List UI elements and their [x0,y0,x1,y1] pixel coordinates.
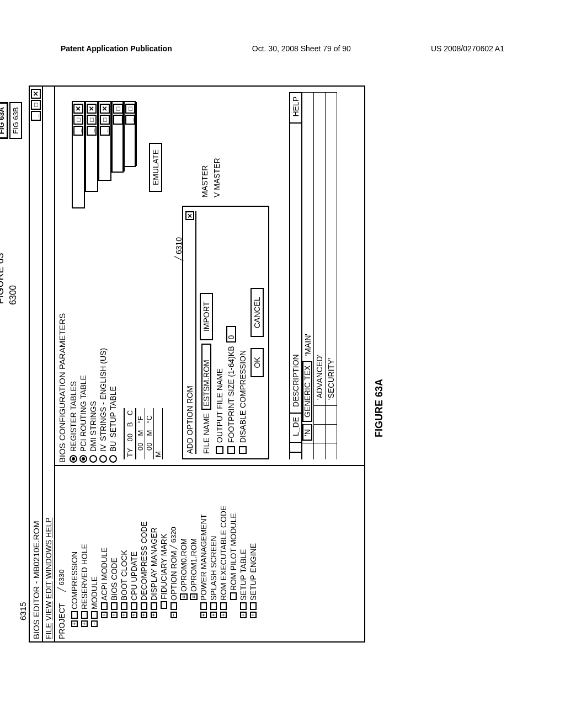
tree-panel: PROJECT ╱ 6330 +COMPRESSION+RESERVED HOL… [55,465,364,641]
tree-item-label: SETUP ENGINE [248,543,258,601]
menu-view[interactable]: VIEW [44,601,53,621]
tree-item[interactable]: −OPTION ROM ╱ 6320 [169,468,179,618]
bottom-table: L_DE DESCRIPTION HELP 'N GENERIC TEX 'MA… [289,92,350,459]
tree-item[interactable]: +DECOMPRESS CODE [139,468,149,618]
close-icon[interactable]: ✕ [185,211,194,220]
tree-item[interactable]: +CPU UPDATE [129,468,139,618]
expand-icon[interactable]: + [121,612,127,618]
expand-icon[interactable]: − [170,612,177,618]
tree-item[interactable]: +POWER MANAGEMENT [199,468,209,618]
td: °F [136,414,145,426]
side-text: MASTER V MASTER [199,158,223,197]
close-icon[interactable]: ✕ [100,104,110,114]
tree-item[interactable]: +ACPI MODULE [99,468,109,618]
maximize-icon[interactable]: □ [113,104,123,114]
tree-item-label: BIOS CODE [109,558,119,601]
tree-item[interactable]: +RESERVED HOLE [79,468,89,627]
minimize-icon[interactable]: _ [73,126,83,136]
minimize-icon[interactable]: _ [31,111,41,121]
td: M [136,428,145,438]
td [136,455,145,459]
tree-item[interactable]: +BIOS CODE [109,468,119,618]
th: C [126,408,134,417]
menu-edit[interactable]: EDIT [44,581,53,599]
file-name-label: FILE NAME [202,413,211,454]
minimize-icon[interactable]: _ [113,115,123,125]
minimize-icon[interactable]: _ [100,126,110,136]
footprint-checkbox[interactable] [227,446,235,454]
folder-icon [230,592,237,600]
sidetext-line: MASTER [199,158,211,197]
pub-header-right: US 2008/0270602 A1 [431,44,504,53]
tree-item[interactable]: +COMPRESSION [70,468,79,627]
td: M [154,449,162,459]
tree-item[interactable]: −MODULE [89,468,99,627]
radio-icon[interactable] [70,455,77,463]
td [145,455,153,459]
tree-item-label: OPTION ROM [169,551,179,601]
radio-icon[interactable] [89,455,97,463]
expand-icon[interactable]: + [111,612,118,618]
cancel-button[interactable]: CANCEL [250,288,264,337]
close-icon[interactable]: ✕ [31,89,41,99]
menu-help[interactable]: HELP [44,517,53,538]
tree-item[interactable]: +SETUP TABLE [238,468,248,618]
expand-icon[interactable]: + [131,612,137,618]
emulate-button[interactable]: EMULATE [149,143,162,192]
expand-icon[interactable]: + [81,620,88,627]
close-icon[interactable]: ✕ [87,104,97,114]
tree-item[interactable]: +BOOT CLOCK [119,468,129,618]
maximize-icon[interactable]: □ [87,115,97,125]
expand-icon[interactable]: + [200,612,207,618]
output-file-checkbox[interactable] [216,446,223,454]
tree-item-label: OPROM1.ROM [189,538,199,592]
expand-icon[interactable]: + [71,620,78,627]
radio-label: STRINGS - ENGLISH (US) [99,348,108,441]
project-root[interactable]: PROJECT [57,468,66,639]
subwindow-5: _□ [124,101,136,167]
expand-icon[interactable]: + [101,612,108,618]
file-name-input[interactable]: ESTSM.ROM [201,344,211,410]
expand-icon[interactable]: + [250,612,257,618]
radio-icon[interactable] [79,455,87,463]
maximize-icon[interactable]: □ [100,115,110,125]
tree-item-label: SPLASH SCREEN [209,536,218,601]
expand-icon[interactable]: + [220,612,227,618]
expand-icon[interactable]: + [240,612,247,618]
folder-icon [101,602,108,610]
ok-button[interactable]: OK [250,348,264,377]
folder-icon [141,602,147,610]
maximize-icon[interactable]: □ [125,104,135,114]
tree-item[interactable]: +SETUP ENGINE [248,468,258,618]
tree-item[interactable]: ≡OPROM0.ROM [179,468,189,609]
radio-icon[interactable] [99,455,107,463]
maximize-icon[interactable]: □ [73,115,83,125]
th: 00 [126,431,134,443]
tree-item-label: DECOMPRESS CODE [139,521,149,601]
close-icon[interactable]: ✕ [73,104,83,114]
minimize-icon[interactable]: _ [87,126,97,136]
expand-icon[interactable]: + [210,612,217,618]
figure-label: FIGURE 63 [0,146,6,411]
tree-item[interactable]: +DISPLAY MANAGER [149,468,159,618]
disable-compression-checkbox[interactable] [239,446,247,454]
expand-icon[interactable]: − [91,620,98,627]
footprint-input[interactable]: 0 [226,326,236,342]
tree-item-label: MODULE [89,576,99,609]
tree-item[interactable]: ROM PILOT MODULE [228,468,238,609]
tree-item[interactable]: +ROM EXECUTABLE CODE [218,468,228,618]
menu-file[interactable]: FILE [44,623,53,639]
tree-item[interactable]: ≡OPROM1.ROM [189,468,199,609]
import-button[interactable]: IMPORT [200,293,213,340]
pub-header-left: Patent Application Publication [61,44,172,53]
ref-6320: ╱ 6320 [169,527,179,549]
tree-item[interactable]: FIDUCIARY MARK [159,468,169,618]
expand-icon[interactable]: + [141,612,147,618]
radio-icon[interactable] [109,455,117,463]
expand-icon[interactable]: + [151,612,157,618]
maximize-icon[interactable]: □ [31,100,41,110]
folder-icon [91,611,98,619]
menu-windows[interactable]: WINDOWS [44,540,53,579]
minimize-icon[interactable]: _ [125,115,135,125]
tree-item[interactable]: +SPLASH SCREEN [209,468,218,618]
